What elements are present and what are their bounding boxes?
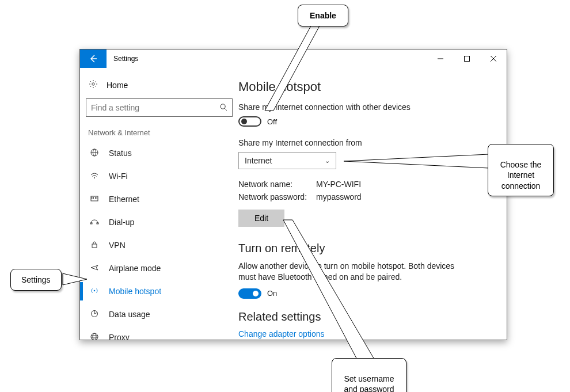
close-button[interactable] [480, 50, 507, 68]
callout-settings: Settings [10, 269, 62, 291]
sidebar-item-label: Dial-up [109, 218, 134, 227]
callout-set-userpass-text: Set username and password [344, 374, 394, 392]
close-icon [491, 56, 496, 62]
svg-line-9 [90, 81, 92, 82]
sidebar-item-label: Mobile hotspot [109, 287, 161, 296]
back-button[interactable] [80, 50, 107, 68]
share-from-select[interactable]: Internet ⌄ [238, 152, 336, 169]
maximize-button[interactable] [454, 50, 480, 68]
ethernet-icon [89, 194, 100, 205]
vpn-icon [89, 240, 100, 251]
remote-toggle-label: On [267, 289, 277, 298]
sidebar: Home Network & Internet Status Wi-Fi Eth… [80, 68, 238, 340]
share-from-value: Internet [245, 156, 272, 165]
network-name-row: Network name: MY-PC-WIFI [238, 180, 492, 189]
svg-line-14 [225, 108, 227, 111]
hotspot-icon [89, 286, 100, 297]
svg-point-13 [221, 104, 225, 108]
callout-settings-text: Settings [21, 275, 51, 284]
sidebar-item-label: Wi-Fi [109, 172, 128, 181]
svg-point-27 [91, 333, 98, 340]
related-heading: Related settings [238, 310, 492, 324]
sidebar-item-label: Airplane mode [109, 264, 161, 273]
share-from-label: Share my Internet connection from [238, 138, 492, 147]
remote-description: Allow another device to turn on mobile h… [238, 261, 463, 283]
svg-point-18 [94, 177, 95, 178]
svg-rect-24 [92, 244, 97, 248]
window-body: Home Network & Internet Status Wi-Fi Eth… [80, 68, 507, 340]
svg-point-4 [92, 83, 94, 85]
remote-heading: Turn on remotely [238, 242, 492, 255]
callout-choose-connection: Choose the Internet connection [488, 144, 554, 196]
sidebar-item-status[interactable]: Status [86, 142, 233, 165]
page-title: Mobile hotspot [238, 79, 492, 94]
wifi-icon [89, 171, 100, 182]
sidebar-item-wifi[interactable]: Wi-Fi [86, 165, 233, 188]
callout-enable: Enable [298, 5, 348, 26]
globe-icon [89, 148, 100, 159]
sidebar-item-proxy[interactable]: Proxy [86, 326, 233, 340]
chevron-down-icon: ⌄ [325, 157, 330, 165]
svg-point-25 [94, 290, 96, 291]
dialup-icon [89, 217, 100, 228]
content-pane: Mobile hotspot Share my Internet connect… [238, 68, 507, 340]
callout-choose-connection-text: Choose the Internet connection [500, 160, 542, 190]
network-password-label: Network password: [238, 192, 316, 201]
sidebar-item-label: VPN [109, 241, 126, 250]
datausage-icon [89, 309, 100, 320]
svg-rect-21 [96, 197, 97, 199]
sidebar-item-label: Status [109, 149, 132, 158]
share-toggle[interactable] [238, 116, 261, 127]
network-password-value: mypassword [316, 192, 362, 201]
callout-enable-text: Enable [310, 11, 336, 20]
svg-line-10 [96, 86, 97, 87]
sidebar-home[interactable]: Home [86, 76, 233, 98]
search-box[interactable] [86, 98, 233, 117]
arrow-left-icon [89, 54, 98, 63]
edit-button[interactable]: Edit [238, 210, 284, 227]
minimize-icon [438, 56, 443, 62]
svg-line-12 [90, 86, 92, 87]
remote-toggle-row: On [238, 288, 492, 299]
svg-point-30 [93, 333, 96, 340]
sidebar-item-label: Ethernet [109, 195, 139, 204]
sidebar-item-dialup[interactable]: Dial-up [86, 211, 233, 234]
search-input[interactable] [91, 103, 219, 112]
network-name-label: Network name: [238, 180, 316, 189]
window-title: Settings [107, 55, 427, 63]
svg-line-11 [96, 81, 97, 82]
settings-window: Settings Home [79, 49, 507, 340]
share-toggle-label: Off [267, 117, 277, 126]
remote-toggle[interactable] [238, 288, 261, 299]
titlebar: Settings [80, 50, 507, 68]
svg-rect-20 [92, 197, 94, 199]
callout-set-userpass: Set username and password [332, 358, 406, 392]
sidebar-section-header: Network & Internet [86, 126, 233, 142]
sidebar-item-airplane[interactable]: Airplane mode [86, 257, 233, 280]
sidebar-item-label: Data usage [109, 310, 150, 319]
share-description: Share my Internet connection with other … [238, 102, 492, 112]
gear-icon [88, 79, 98, 90]
svg-rect-1 [465, 56, 470, 62]
sidebar-item-hotspot[interactable]: Mobile hotspot [86, 280, 233, 303]
airplane-icon [89, 263, 100, 274]
network-name-value: MY-PC-WIFI [316, 180, 361, 189]
search-icon [219, 103, 227, 113]
sidebar-item-datausage[interactable]: Data usage [86, 303, 233, 326]
share-toggle-row: Off [238, 116, 492, 127]
sidebar-home-label: Home [107, 81, 128, 90]
sidebar-item-label: Proxy [109, 333, 130, 340]
window-controls [427, 50, 507, 68]
sidebar-item-vpn[interactable]: VPN [86, 234, 233, 257]
proxy-icon [89, 332, 100, 341]
maximize-icon [464, 56, 470, 62]
related-link[interactable]: Change adapter options [238, 329, 492, 338]
minimize-button[interactable] [427, 50, 454, 68]
network-password-row: Network password: mypassword [238, 192, 492, 201]
sidebar-item-ethernet[interactable]: Ethernet [86, 188, 233, 211]
